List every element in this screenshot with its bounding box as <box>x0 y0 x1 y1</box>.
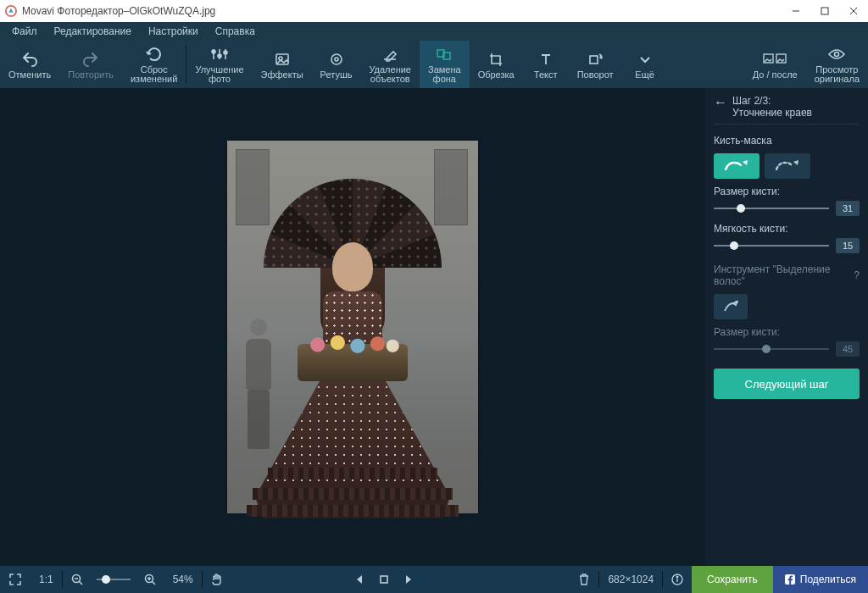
retouch-button[interactable]: Ретушь <box>312 41 361 88</box>
brush-size-slider[interactable] <box>714 202 829 214</box>
menu-bar: Файл Редактирование Настройки Справка <box>0 22 868 41</box>
rotate-button[interactable]: Поворот <box>569 41 622 88</box>
brush-size-label: Размер кисти: <box>714 186 860 197</box>
menu-help[interactable]: Справка <box>207 22 264 41</box>
svg-point-9 <box>218 54 221 58</box>
svg-line-26 <box>152 582 155 585</box>
crop-icon <box>487 50 504 69</box>
actual-size-button[interactable]: 1:1 <box>31 566 62 593</box>
menu-settings[interactable]: Настройки <box>140 22 207 41</box>
zoom-percent: 54% <box>164 566 202 593</box>
brush-size-value: 31 <box>836 201 860 216</box>
effects-icon <box>274 50 291 69</box>
zoom-out-button[interactable] <box>63 566 92 593</box>
hair-brush-size-slider <box>714 343 829 355</box>
more-button[interactable]: Ещё <box>622 41 668 88</box>
hair-tool-button[interactable] <box>714 294 748 319</box>
triangle-left-icon <box>355 574 364 585</box>
step-back-button[interactable]: ← <box>714 95 727 108</box>
window-maximize-button[interactable] <box>810 0 839 22</box>
window-titlebar: Movavi Фоторедактор – OlGkOtWuZQA.jpg <box>0 0 868 22</box>
image-info-button[interactable] <box>663 566 692 593</box>
svg-rect-29 <box>381 576 387 583</box>
hair-brush-size-value: 45 <box>836 341 860 357</box>
fit-screen-button[interactable] <box>0 566 31 593</box>
pan-hand-button[interactable] <box>203 566 231 593</box>
before-after-icon <box>763 50 787 69</box>
play-button[interactable] <box>379 574 389 585</box>
object-removal-button[interactable]: Удалениеобъектов <box>360 41 420 88</box>
triangle-right-icon <box>404 574 413 585</box>
svg-point-13 <box>331 54 342 64</box>
zoom-in-button[interactable] <box>136 566 164 593</box>
image-dimensions: 682×1024 <box>599 566 662 593</box>
canvas-area[interactable] <box>0 88 705 566</box>
hair-tool-help[interactable]: ? <box>854 269 860 281</box>
eraser-icon <box>381 45 398 64</box>
hair-brush-size-label: Размер кисти: <box>714 326 860 338</box>
brush-subtract-button[interactable] <box>765 153 810 179</box>
retouch-icon <box>328 50 345 69</box>
text-button[interactable]: Текст <box>523 41 569 88</box>
zoom-slider[interactable] <box>97 579 131 580</box>
text-icon <box>537 50 554 69</box>
before-after-button[interactable]: До / после <box>744 41 806 88</box>
reset-changes-button[interactable]: Сбросизменений <box>122 41 186 88</box>
save-button[interactable]: Сохранить <box>692 566 773 593</box>
brush-softness-label: Мягкость кисти: <box>714 223 860 235</box>
window-close-button[interactable] <box>839 0 868 22</box>
svg-line-23 <box>79 582 82 585</box>
svg-point-21 <box>835 53 839 57</box>
undo-icon <box>20 50 39 69</box>
square-icon <box>379 574 389 585</box>
facebook-icon <box>785 574 795 585</box>
undo-button[interactable]: Отменить <box>0 41 59 88</box>
fullscreen-icon <box>8 573 22 586</box>
hair-tool-label: Инструмент "Выделение волос" <box>714 263 849 287</box>
svg-point-10 <box>224 51 227 54</box>
edited-photo <box>227 141 478 513</box>
svg-rect-2 <box>821 8 828 14</box>
bottom-bar: 1:1 54% 682×1024 Сохранить Поделиться <box>0 566 868 593</box>
main-toolbar: Отменить Повторить Сбросизменений Улучше… <box>0 41 868 88</box>
image-nav <box>355 574 413 585</box>
brush-add-icon <box>722 159 751 173</box>
enhance-button[interactable]: Улучшениефото <box>186 41 252 88</box>
svg-point-8 <box>212 50 215 53</box>
zoom-out-icon <box>71 574 83 585</box>
app-logo-icon <box>5 5 17 17</box>
delete-button[interactable] <box>570 566 598 593</box>
brush-softness-slider[interactable] <box>714 240 829 252</box>
menu-edit[interactable]: Редактирование <box>46 22 140 41</box>
reset-icon <box>146 45 163 64</box>
step-title: Шаг 2/3:Уточнение краев <box>732 95 812 119</box>
eye-icon <box>827 45 846 64</box>
redo-button[interactable]: Повторить <box>59 41 122 88</box>
menu-file[interactable]: Файл <box>3 22 46 41</box>
window-minimize-button[interactable] <box>782 0 810 22</box>
background-swap-button[interactable]: Заменафона <box>420 41 470 88</box>
document-filename: OlGkOtWuZQA.jpg <box>129 5 215 17</box>
svg-point-32 <box>676 576 678 578</box>
title-sep: – <box>124 5 130 17</box>
zoom-in-icon <box>144 574 156 585</box>
effects-button[interactable]: Эффекты <box>253 41 312 88</box>
svg-point-14 <box>335 58 338 61</box>
chevron-down-icon <box>639 50 651 69</box>
app-title: Movavi Фоторедактор <box>22 5 124 17</box>
share-button[interactable]: Поделиться <box>773 566 868 593</box>
prev-image-button[interactable] <box>355 574 364 585</box>
svg-rect-18 <box>590 56 598 64</box>
next-step-button[interactable]: Следующий шаг <box>714 369 860 399</box>
enhance-icon <box>210 45 229 64</box>
crop-button[interactable]: Обрезка <box>470 41 523 88</box>
view-original-button[interactable]: Просмотроригинала <box>806 41 868 88</box>
brush-mask-label: Кисть-маска <box>714 135 860 147</box>
brush-subtract-icon <box>773 159 802 173</box>
hand-icon <box>211 573 223 586</box>
brush-softness-value: 15 <box>836 238 860 253</box>
side-panel: ← Шаг 2/3:Уточнение краев Кисть-маска Ра… <box>705 88 868 566</box>
info-icon <box>671 574 683 585</box>
next-image-button[interactable] <box>404 574 413 585</box>
brush-add-button[interactable] <box>714 153 760 179</box>
